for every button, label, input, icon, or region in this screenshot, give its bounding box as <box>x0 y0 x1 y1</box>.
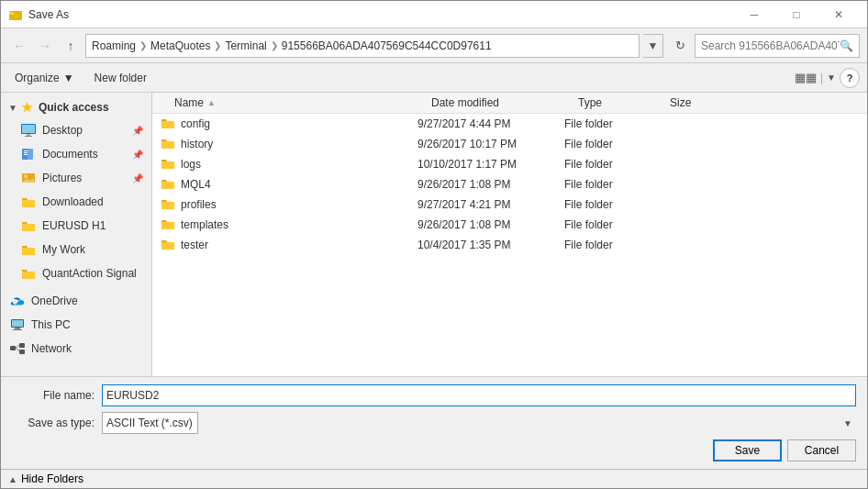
chevron-down-icon: ▼ <box>8 103 17 113</box>
folder-icon <box>161 238 175 252</box>
svg-point-12 <box>24 174 28 178</box>
sidebar-item-thispc[interactable]: This PC <box>1 313 151 337</box>
table-row[interactable]: history 9/26/2017 10:17 PM File folder <box>152 134 867 154</box>
svg-rect-9 <box>24 154 28 155</box>
file-cell-date: 9/27/2017 4:21 PM <box>417 198 564 211</box>
folder-icon <box>161 117 175 131</box>
column-header-size[interactable]: Size <box>670 96 743 109</box>
folder-icon <box>161 137 175 151</box>
sidebar-item-label: This PC <box>31 318 71 331</box>
maximize-button[interactable]: □ <box>775 1 818 28</box>
file-cell-date: 9/26/2017 10:17 PM <box>417 138 564 150</box>
file-list: Name ▲ Date modified Type Size <box>152 93 867 376</box>
svg-rect-17 <box>13 329 22 330</box>
view-button[interactable]: ▦▦ <box>795 67 817 89</box>
sidebar-item-documents[interactable]: Documents 📌 <box>1 142 151 166</box>
svg-rect-16 <box>15 328 20 329</box>
file-cell-name: tester <box>161 238 417 252</box>
folder-icon <box>161 197 175 212</box>
svg-rect-15 <box>12 320 23 327</box>
sidebar-item-eurusd[interactable]: EURUSD H1 <box>1 214 151 238</box>
organize-chevron-icon: ▼ <box>63 72 74 84</box>
breadcrumb-part: MetaQuotes <box>150 39 210 52</box>
pin-icon: 📌 <box>132 173 143 183</box>
file-cell-type: File folder <box>564 239 656 251</box>
svg-rect-10 <box>28 149 33 160</box>
forward-button[interactable]: → <box>34 35 56 57</box>
sidebar-item-downloaded[interactable]: Downloaded <box>1 190 151 214</box>
sidebar-item-mywork[interactable]: My Work <box>1 238 151 261</box>
file-cell-name: MQL4 <box>161 177 417 192</box>
quick-access-star-icon: ★ <box>21 100 33 115</box>
file-cell-name: templates <box>161 217 417 232</box>
table-row[interactable]: templates 9/26/2017 1:08 PM File folder <box>152 215 867 235</box>
column-header-name[interactable]: Name ▲ <box>174 96 431 109</box>
folder-icon <box>161 217 175 232</box>
title-bar: Save As ─ □ ✕ <box>1 1 867 28</box>
sidebar-item-label: QuantAction Signal <box>42 267 137 280</box>
file-cell-type: File folder <box>564 138 656 150</box>
file-cell-type: File folder <box>564 158 656 171</box>
folder-icon <box>161 157 175 172</box>
file-cell-date: 10/10/2017 1:17 PM <box>417 158 564 171</box>
svg-rect-5 <box>25 136 32 137</box>
sidebar-item-onedrive[interactable]: OneDrive <box>1 289 151 313</box>
file-cell-name: history <box>161 137 417 151</box>
file-cell-name: config <box>161 117 417 131</box>
refresh-button[interactable]: ↻ <box>669 35 691 57</box>
help-button[interactable]: ? <box>840 68 860 88</box>
filename-input[interactable] <box>102 384 856 406</box>
table-row[interactable]: tester 10/4/2017 1:35 PM File folder <box>152 235 867 255</box>
save-button[interactable]: Save <box>713 439 782 461</box>
secondary-toolbar: Organize ▼ New folder ▦▦ | ▼ ? <box>1 63 867 93</box>
svg-line-21 <box>16 345 19 348</box>
pictures-icon <box>20 170 37 186</box>
column-header-date[interactable]: Date modified <box>431 96 578 109</box>
organize-button[interactable]: Organize ▼ <box>8 67 81 89</box>
search-icon: 🔍 <box>840 39 853 52</box>
breadcrumb-part: Roaming <box>92 39 136 52</box>
folder-icon <box>161 177 175 192</box>
table-row[interactable]: config 9/27/2017 4:44 PM File folder <box>152 114 867 134</box>
hide-folders-row[interactable]: ▲ Hide Folders <box>1 469 867 488</box>
file-cell-type: File folder <box>564 178 656 191</box>
filetype-select[interactable]: ASCII Text (*.csv) <box>102 412 198 434</box>
breadcrumb-bar[interactable]: Roaming ❯ MetaQuotes ❯ Terminal ❯ 915566… <box>85 34 640 58</box>
folder-downloaded-icon <box>20 194 37 210</box>
view-chevron-icon[interactable]: ▼ <box>827 72 836 83</box>
column-header-type[interactable]: Type <box>578 96 670 109</box>
hide-folders-label: Hide Folders <box>21 472 83 485</box>
back-button[interactable]: ← <box>8 35 30 57</box>
sidebar-item-network[interactable]: Network <box>1 337 151 361</box>
title-bar-controls: ─ □ ✕ <box>733 1 860 28</box>
folder-mywork-icon <box>20 241 37 258</box>
main-content: ▼ ★ Quick access Desktop <box>1 93 867 376</box>
bottom-buttons: Save Cancel <box>12 439 856 461</box>
table-row[interactable]: logs 10/10/2017 1:17 PM File folder <box>152 154 867 174</box>
sort-arrow-icon: ▲ <box>207 98 216 107</box>
pin-icon: 📌 <box>132 126 143 136</box>
breadcrumb-part: Terminal <box>225 39 266 52</box>
sidebar-item-quantaction[interactable]: QuantAction Signal <box>1 261 151 285</box>
svg-rect-4 <box>27 134 30 136</box>
sidebar: ▼ ★ Quick access Desktop <box>1 93 152 376</box>
cancel-button[interactable]: Cancel <box>787 439 856 461</box>
title-bar-text: Save As <box>28 8 733 21</box>
file-cell-name: logs <box>161 157 417 172</box>
minimize-button[interactable]: ─ <box>733 1 775 28</box>
table-row[interactable]: MQL4 9/26/2017 1:08 PM File folder <box>152 174 867 194</box>
filename-label: File name: <box>12 389 95 402</box>
table-row[interactable]: profiles 9/27/2017 4:21 PM File folder <box>152 194 867 215</box>
sidebar-item-pictures[interactable]: Pictures 📌 <box>1 166 151 190</box>
chevron-up-icon: ▲ <box>8 474 17 484</box>
up-button[interactable]: ↑ <box>60 35 82 57</box>
close-button[interactable]: ✕ <box>818 1 860 28</box>
search-input[interactable] <box>701 39 840 52</box>
sidebar-item-desktop[interactable]: Desktop 📌 <box>1 118 151 142</box>
breadcrumb-part: 915566BA06ADA407569C544CC0D97611 <box>282 39 492 52</box>
quick-access-header[interactable]: ▼ ★ Quick access <box>1 96 151 118</box>
new-folder-button[interactable]: New folder <box>88 67 153 89</box>
file-cell-type: File folder <box>564 117 656 130</box>
select-arrow-icon: ▼ <box>843 418 852 428</box>
breadcrumb-dropdown[interactable]: ▼ <box>643 34 663 58</box>
